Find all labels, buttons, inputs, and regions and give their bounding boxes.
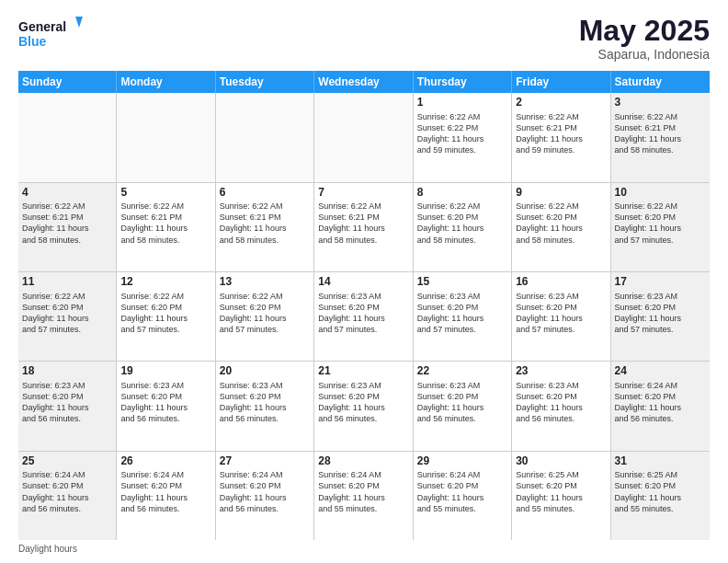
cell-info: Sunrise: 6:24 AM Sunset: 6:20 PM Dayligh… bbox=[22, 469, 112, 514]
table-row bbox=[18, 93, 117, 181]
table-row: 22Sunrise: 6:23 AM Sunset: 6:20 PM Dayli… bbox=[414, 362, 512, 450]
table-row: 11Sunrise: 6:22 AM Sunset: 6:20 PM Dayli… bbox=[18, 272, 117, 361]
cell-info: Sunrise: 6:23 AM Sunset: 6:20 PM Dayligh… bbox=[516, 380, 606, 425]
main-title: May 2025 bbox=[579, 15, 710, 47]
table-row: 21Sunrise: 6:23 AM Sunset: 6:20 PM Dayli… bbox=[314, 362, 413, 450]
cell-info: Sunrise: 6:23 AM Sunset: 6:20 PM Dayligh… bbox=[417, 291, 507, 336]
calendar-row: 18Sunrise: 6:23 AM Sunset: 6:20 PM Dayli… bbox=[18, 362, 710, 451]
footer-note: Daylight hours bbox=[18, 544, 710, 554]
day-number: 16 bbox=[516, 275, 606, 290]
table-row: 6Sunrise: 6:22 AM Sunset: 6:21 PM Daylig… bbox=[216, 183, 314, 271]
day-number: 3 bbox=[615, 96, 706, 110]
table-row: 23Sunrise: 6:23 AM Sunset: 6:20 PM Dayli… bbox=[512, 362, 610, 450]
svg-text:General: General bbox=[18, 19, 66, 34]
table-row: 7Sunrise: 6:22 AM Sunset: 6:21 PM Daylig… bbox=[314, 183, 413, 271]
table-row: 4Sunrise: 6:22 AM Sunset: 6:21 PM Daylig… bbox=[18, 183, 117, 271]
table-row: 13Sunrise: 6:22 AM Sunset: 6:20 PM Dayli… bbox=[216, 272, 314, 361]
table-row: 28Sunrise: 6:24 AM Sunset: 6:20 PM Dayli… bbox=[314, 452, 413, 540]
table-row: 3Sunrise: 6:22 AM Sunset: 6:21 PM Daylig… bbox=[611, 93, 710, 181]
table-row: 20Sunrise: 6:23 AM Sunset: 6:20 PM Dayli… bbox=[216, 362, 314, 450]
table-row: 29Sunrise: 6:24 AM Sunset: 6:20 PM Dayli… bbox=[414, 452, 512, 540]
cell-info: Sunrise: 6:24 AM Sunset: 6:20 PM Dayligh… bbox=[417, 469, 507, 514]
cell-info: Sunrise: 6:25 AM Sunset: 6:20 PM Dayligh… bbox=[615, 469, 706, 514]
svg-text:Blue: Blue bbox=[18, 34, 47, 49]
cal-header-cell: Wednesday bbox=[314, 71, 413, 93]
day-number: 19 bbox=[120, 364, 210, 379]
table-row bbox=[314, 93, 413, 181]
page: General Blue May 2025 Saparua, Indonesia… bbox=[0, 0, 728, 563]
subtitle: Saparua, Indonesia bbox=[579, 47, 710, 62]
day-number: 26 bbox=[120, 454, 210, 469]
cal-header-cell: Monday bbox=[117, 71, 215, 93]
table-row: 10Sunrise: 6:22 AM Sunset: 6:20 PM Dayli… bbox=[611, 183, 710, 271]
day-number: 17 bbox=[615, 275, 706, 290]
table-row: 31Sunrise: 6:25 AM Sunset: 6:20 PM Dayli… bbox=[611, 452, 710, 540]
table-row: 1Sunrise: 6:22 AM Sunset: 6:22 PM Daylig… bbox=[414, 93, 512, 181]
cell-info: Sunrise: 6:22 AM Sunset: 6:20 PM Dayligh… bbox=[22, 291, 112, 336]
cell-info: Sunrise: 6:24 AM Sunset: 6:20 PM Dayligh… bbox=[220, 469, 310, 514]
table-row: 24Sunrise: 6:24 AM Sunset: 6:20 PM Dayli… bbox=[611, 362, 710, 450]
calendar-row: 11Sunrise: 6:22 AM Sunset: 6:20 PM Dayli… bbox=[18, 272, 710, 362]
cell-info: Sunrise: 6:23 AM Sunset: 6:20 PM Dayligh… bbox=[220, 380, 310, 425]
logo-svg: General Blue bbox=[18, 15, 83, 53]
day-number: 7 bbox=[318, 186, 408, 201]
cell-info: Sunrise: 6:24 AM Sunset: 6:20 PM Dayligh… bbox=[318, 469, 408, 514]
cell-info: Sunrise: 6:22 AM Sunset: 6:20 PM Dayligh… bbox=[615, 201, 706, 246]
table-row: 9Sunrise: 6:22 AM Sunset: 6:20 PM Daylig… bbox=[512, 183, 610, 271]
cal-header-cell: Thursday bbox=[414, 71, 512, 93]
day-number: 1 bbox=[417, 96, 507, 110]
cell-info: Sunrise: 6:24 AM Sunset: 6:20 PM Dayligh… bbox=[615, 380, 706, 425]
cell-info: Sunrise: 6:22 AM Sunset: 6:21 PM Dayligh… bbox=[22, 201, 112, 246]
cell-info: Sunrise: 6:23 AM Sunset: 6:20 PM Dayligh… bbox=[615, 291, 706, 336]
day-number: 30 bbox=[516, 454, 606, 469]
day-number: 4 bbox=[22, 186, 112, 201]
day-number: 2 bbox=[516, 96, 606, 110]
table-row: 17Sunrise: 6:23 AM Sunset: 6:20 PM Dayli… bbox=[611, 272, 710, 361]
day-number: 21 bbox=[318, 364, 408, 379]
cell-info: Sunrise: 6:23 AM Sunset: 6:20 PM Dayligh… bbox=[417, 380, 507, 425]
table-row: 2Sunrise: 6:22 AM Sunset: 6:21 PM Daylig… bbox=[512, 93, 610, 181]
table-row: 5Sunrise: 6:22 AM Sunset: 6:21 PM Daylig… bbox=[117, 183, 215, 271]
cal-header-cell: Tuesday bbox=[216, 71, 314, 93]
table-row: 19Sunrise: 6:23 AM Sunset: 6:20 PM Dayli… bbox=[117, 362, 215, 450]
day-number: 23 bbox=[516, 364, 606, 379]
cal-header-cell: Friday bbox=[512, 71, 610, 93]
cell-info: Sunrise: 6:22 AM Sunset: 6:21 PM Dayligh… bbox=[120, 201, 210, 246]
table-row: 14Sunrise: 6:23 AM Sunset: 6:20 PM Dayli… bbox=[314, 272, 413, 361]
cell-info: Sunrise: 6:22 AM Sunset: 6:20 PM Dayligh… bbox=[220, 291, 310, 336]
table-row: 18Sunrise: 6:23 AM Sunset: 6:20 PM Dayli… bbox=[18, 362, 117, 450]
day-number: 9 bbox=[516, 186, 606, 201]
table-row: 8Sunrise: 6:22 AM Sunset: 6:20 PM Daylig… bbox=[414, 183, 512, 271]
calendar-row: 25Sunrise: 6:24 AM Sunset: 6:20 PM Dayli… bbox=[18, 452, 710, 540]
cell-info: Sunrise: 6:22 AM Sunset: 6:21 PM Dayligh… bbox=[516, 111, 606, 156]
cell-info: Sunrise: 6:23 AM Sunset: 6:20 PM Dayligh… bbox=[22, 380, 112, 425]
table-row: 16Sunrise: 6:23 AM Sunset: 6:20 PM Dayli… bbox=[512, 272, 610, 361]
table-row: 27Sunrise: 6:24 AM Sunset: 6:20 PM Dayli… bbox=[216, 452, 314, 540]
day-number: 24 bbox=[615, 364, 706, 379]
day-number: 8 bbox=[417, 186, 507, 201]
day-number: 29 bbox=[417, 454, 507, 469]
header: General Blue May 2025 Saparua, Indonesia bbox=[18, 15, 710, 62]
calendar-row: 4Sunrise: 6:22 AM Sunset: 6:21 PM Daylig… bbox=[18, 183, 710, 272]
day-number: 11 bbox=[22, 275, 112, 290]
logo: General Blue bbox=[18, 15, 83, 53]
cell-info: Sunrise: 6:23 AM Sunset: 6:20 PM Dayligh… bbox=[516, 291, 606, 336]
day-number: 27 bbox=[220, 454, 310, 469]
cell-info: Sunrise: 6:22 AM Sunset: 6:20 PM Dayligh… bbox=[516, 201, 606, 246]
table-row: 15Sunrise: 6:23 AM Sunset: 6:20 PM Dayli… bbox=[414, 272, 512, 361]
day-number: 28 bbox=[318, 454, 408, 469]
title-block: May 2025 Saparua, Indonesia bbox=[579, 15, 710, 62]
cell-info: Sunrise: 6:23 AM Sunset: 6:20 PM Dayligh… bbox=[318, 380, 408, 425]
table-row: 25Sunrise: 6:24 AM Sunset: 6:20 PM Dayli… bbox=[18, 452, 117, 540]
table-row bbox=[117, 93, 215, 181]
cell-info: Sunrise: 6:22 AM Sunset: 6:21 PM Dayligh… bbox=[220, 201, 310, 246]
svg-marker-2 bbox=[75, 17, 83, 28]
cell-info: Sunrise: 6:22 AM Sunset: 6:21 PM Dayligh… bbox=[615, 111, 706, 156]
table-row: 26Sunrise: 6:24 AM Sunset: 6:20 PM Dayli… bbox=[117, 452, 215, 540]
day-number: 5 bbox=[120, 186, 210, 201]
day-number: 25 bbox=[22, 454, 112, 469]
calendar: SundayMondayTuesdayWednesdayThursdayFrid… bbox=[18, 71, 710, 540]
day-number: 14 bbox=[318, 275, 408, 290]
cell-info: Sunrise: 6:23 AM Sunset: 6:20 PM Dayligh… bbox=[120, 380, 210, 425]
day-number: 22 bbox=[417, 364, 507, 379]
